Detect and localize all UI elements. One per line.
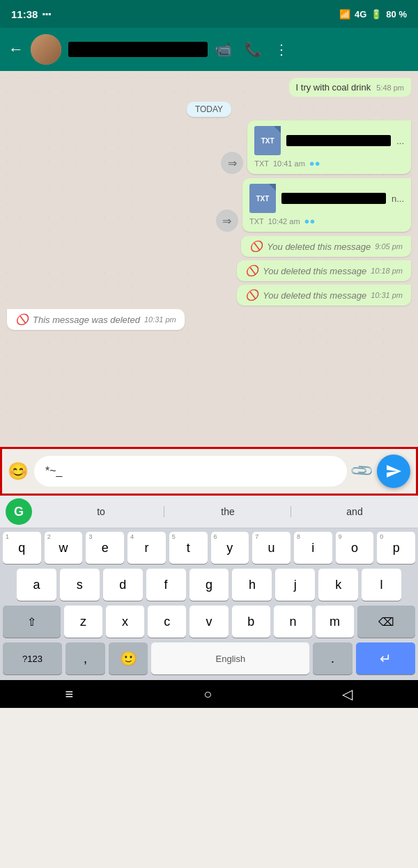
deleted-time-2: 10:18 pm (371, 267, 403, 275)
comma-key[interactable]: , (65, 642, 105, 674)
top-bar: ← 📹 📞 ⋮ (0, 28, 418, 71)
key-u[interactable]: 7u (252, 532, 291, 564)
stub-time: 5:48 pm (376, 84, 404, 92)
received-deleted-text: This message was deleted (33, 315, 140, 325)
more-options-icon[interactable]: ⋮ (274, 41, 288, 58)
key-h[interactable]: h (232, 569, 272, 601)
suggestion-the[interactable]: the (164, 502, 291, 521)
chat-area: I try with coal drink 5:48 pm TODAY ⇒ TX… (0, 71, 418, 447)
key-i[interactable]: 8i (294, 532, 332, 564)
deleted-icon-2: 🚫 (245, 265, 258, 277)
suggestion-and[interactable]: and (291, 502, 418, 521)
sim-icon: ▪▪▪ (42, 9, 51, 19)
deleted-text-3: You deleted this message (263, 290, 366, 301)
back-button[interactable]: ← (8, 40, 24, 58)
key-w[interactable]: 2w (45, 532, 83, 564)
shift-key[interactable]: ⇧ (3, 606, 61, 638)
txt-file-icon-2: TXT (249, 184, 276, 213)
input-area: 😊 📎 (0, 447, 418, 496)
key-e[interactable]: 3e (86, 532, 124, 564)
grammarly-icon[interactable]: G (6, 498, 32, 525)
keyboard-row-4: ?123 , 🙂 English . ↵ (0, 639, 418, 680)
space-key[interactable]: English (151, 642, 309, 674)
send-icon (385, 463, 402, 480)
period-key[interactable]: . (313, 642, 353, 674)
deleted-text-2: You deleted this message (263, 266, 366, 276)
date-badge: TODAY (7, 102, 411, 115)
file-type-label-1: TXT (254, 159, 269, 168)
key-p[interactable]: 0p (377, 532, 415, 564)
keyboard: G to the and 1q 2w 3e 4r 5t 6y 7u 8i 9o … (0, 496, 418, 680)
deleted-icon-3: 🚫 (245, 289, 258, 301)
suggestion-to[interactable]: to (38, 502, 164, 521)
key-r[interactable]: 4r (127, 532, 166, 564)
deleted-msg-1: 🚫 You deleted this message 9:05 pm (7, 236, 411, 257)
key-n[interactable]: n (274, 606, 312, 638)
status-indicators: 📶 4G 🔋 80 % (339, 9, 407, 19)
deleted-icon-1: 🚫 (249, 240, 263, 253)
deleted-time-3: 10:31 pm (371, 291, 403, 299)
navigation-bar: ≡ ○ ◁ (0, 680, 418, 708)
key-l[interactable]: l (362, 569, 401, 601)
file-time-2: 10:42 am (268, 217, 300, 226)
suggestions-row: G to the and (0, 496, 418, 528)
received-deleted-bubble: 🚫 This message was deleted 10:31 pm (7, 309, 185, 330)
key-k[interactable]: k (318, 569, 358, 601)
contact-avatar[interactable] (31, 34, 61, 65)
key-f[interactable]: f (146, 569, 186, 601)
stub-text: I try with coal drink (296, 82, 371, 93)
key-z[interactable]: z (64, 606, 102, 638)
file-message-1: ⇒ TXT ... TXT 10:41 am ●● (7, 120, 411, 174)
deleted-msg-2: 🚫 You deleted this message 10:18 pm (7, 260, 411, 281)
file-message-2: ⇒ TXT n... TXT 10:42 am ●● (7, 178, 411, 232)
key-c[interactable]: c (148, 606, 186, 638)
file-type-label-2: TXT (249, 217, 264, 226)
file-ellipsis-1: ... (396, 136, 404, 146)
key-g[interactable]: g (189, 569, 229, 601)
date-badge-label: TODAY (187, 102, 231, 117)
emoji-keyboard-key[interactable]: 🙂 (109, 642, 148, 674)
nav-back-button[interactable]: ◁ (342, 686, 353, 702)
deleted-time-1: 9:05 pm (375, 242, 403, 251)
key-s[interactable]: s (60, 569, 100, 601)
message-input[interactable] (34, 456, 347, 487)
delete-key[interactable]: ⌫ (357, 606, 415, 638)
key-d[interactable]: d (103, 569, 143, 601)
key-t[interactable]: 5t (169, 532, 208, 564)
key-b[interactable]: b (232, 606, 270, 638)
file-ellipsis-2: n... (392, 194, 404, 204)
send-button[interactable] (377, 455, 410, 488)
file-name-redacted-2 (281, 193, 386, 204)
key-a[interactable]: a (17, 569, 56, 601)
file-header-1: TXT ... (254, 126, 404, 155)
key-y[interactable]: 6y (211, 532, 249, 564)
avatar-image (31, 34, 61, 65)
stub-bubble: I try with coal drink 5:48 pm (289, 78, 411, 97)
attach-button[interactable]: 📎 (349, 458, 375, 484)
deleted-bubble-3: 🚫 You deleted this message 10:31 pm (237, 285, 411, 306)
phone-call-icon[interactable]: 📞 (245, 41, 262, 58)
forward-icon-2[interactable]: ⇒ (216, 210, 238, 232)
key-m[interactable]: m (316, 606, 354, 638)
deleted-bubble-2: 🚫 You deleted this message 10:18 pm (237, 260, 411, 281)
video-call-icon[interactable]: 📹 (215, 41, 232, 58)
txt-file-icon-1: TXT (254, 126, 281, 155)
forward-icon-1[interactable]: ⇒ (221, 152, 243, 174)
enter-key[interactable]: ↵ (356, 642, 415, 674)
nav-menu-button[interactable]: ≡ (65, 686, 74, 702)
key-o[interactable]: 9o (336, 532, 374, 564)
symbols-key[interactable]: ?123 (3, 642, 62, 674)
old-message-stub: I try with coal drink 5:48 pm (7, 78, 411, 97)
nav-home-button[interactable]: ○ (203, 686, 212, 702)
battery-icon: 🔋 (371, 9, 382, 19)
received-deleted-time: 10:31 pm (144, 315, 176, 324)
file-name-redacted-1 (286, 135, 391, 146)
battery-level: 80 % (386, 9, 407, 19)
read-ticks-1: ●● (309, 158, 320, 168)
key-j[interactable]: j (275, 569, 315, 601)
keyboard-row-2: a s d f g h j k l (0, 565, 418, 602)
key-x[interactable]: x (106, 606, 144, 638)
key-q[interactable]: 1q (3, 532, 41, 564)
emoji-button[interactable]: 😊 (8, 461, 29, 481)
key-v[interactable]: v (189, 606, 228, 638)
